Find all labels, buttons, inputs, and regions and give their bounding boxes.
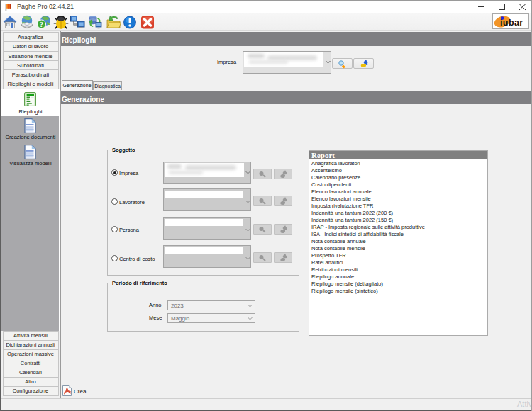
- svg-text:?: ?: [40, 20, 44, 28]
- svg-text:iubar: iubar: [500, 18, 523, 28]
